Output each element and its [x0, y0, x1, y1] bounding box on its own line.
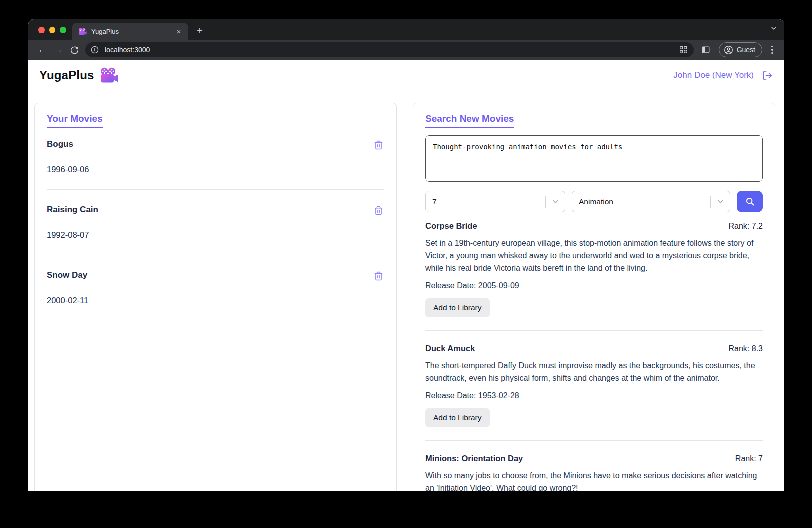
result-rank: Rank: 7.2 — [729, 222, 763, 231]
delete-movie-trash-icon[interactable] — [373, 270, 384, 282]
result-description: The short-tempered Daffy Duck must impro… — [426, 360, 763, 384]
result-release-date: Release Date: 2005-09-09 — [426, 282, 763, 290]
logout-icon[interactable] — [762, 70, 774, 82]
maximize-window-button[interactable] — [60, 27, 66, 34]
chevron-down-icon — [711, 198, 730, 206]
search-movies-panel: Search New Movies Thought-provoking anim… — [413, 103, 776, 491]
rank-select-value: 7 — [432, 198, 437, 206]
window-controls — [38, 27, 66, 34]
site-info-icon[interactable] — [88, 44, 102, 56]
delete-movie-trash-icon[interactable] — [373, 205, 384, 216]
search-icon — [745, 196, 756, 207]
movie-title: Bogus — [47, 140, 74, 150]
search-query-input[interactable]: Thought-provoking animation movies for a… — [426, 136, 763, 182]
result-description: With so many jobs to choose from, the Mi… — [426, 470, 763, 491]
result-rank: Rank: 8.3 — [729, 344, 763, 354]
your-movies-panel: Your Movies Bogus 1996-09-06 Raising Cai… — [34, 103, 397, 491]
search-result-header: Duck Amuck Rank: 8.3 — [426, 344, 763, 354]
library-movie-row: Snow Day — [47, 270, 384, 282]
movie-title: Raising Cain — [47, 205, 98, 215]
search-button[interactable] — [737, 191, 763, 212]
result-title: Minions: Orientation Day — [426, 454, 523, 464]
search-result-header: Corpse Bride Rank: 7.2 — [426, 222, 763, 231]
qr-code-icon[interactable] — [677, 44, 690, 56]
search-controls: 7 Animation — [426, 191, 763, 212]
new-tab-button[interactable]: + — [192, 24, 208, 38]
search-movies-title: Search New Movies — [426, 114, 514, 128]
close-window-button[interactable] — [38, 27, 45, 34]
category-select-value: Animation — [579, 198, 614, 206]
rank-select[interactable]: 7 — [426, 191, 566, 212]
reload-icon[interactable] — [66, 42, 82, 58]
app-header: YugaPlus John Doe (New York) — [28, 60, 784, 91]
add-to-library-button[interactable]: Add to Library — [426, 298, 490, 318]
url-text[interactable]: localhost:3000 — [105, 46, 677, 54]
add-to-library-button[interactable]: Add to Library — [426, 408, 490, 428]
delete-movie-trash-icon[interactable] — [373, 140, 384, 151]
browser-window: YugaPlus × + ← → localhost:3000 — [28, 20, 784, 491]
page-content: Your Movies Bogus 1996-09-06 Raising Cai… — [28, 91, 784, 491]
result-release-date: Release Date: 1953-02-28 — [426, 392, 763, 400]
category-select[interactable]: Animation — [572, 191, 730, 212]
your-movies-title: Your Movies — [47, 114, 103, 128]
user-profile-link[interactable]: John Doe (New York) — [674, 70, 754, 80]
movie-camera-icon — [100, 68, 118, 84]
divider — [426, 330, 763, 331]
result-description: Set in a 19th-century european village, … — [426, 237, 763, 274]
tab-title: YugaPlus — [92, 28, 174, 36]
divider — [47, 190, 384, 190]
guest-label: Guest — [737, 46, 756, 54]
result-title: Duck Amuck — [426, 344, 475, 354]
address-bar[interactable]: localhost:3000 — [86, 42, 694, 58]
tab-strip: YugaPlus × + — [28, 20, 784, 40]
movie-title: Snow Day — [47, 270, 88, 280]
browser-menu-icon[interactable] — [766, 42, 778, 58]
library-movie-row: Raising Cain — [47, 205, 384, 216]
forward-icon[interactable]: → — [50, 42, 66, 58]
library-movie-row: Bogus — [47, 140, 384, 151]
movie-release-date: 1996-09-06 — [47, 165, 384, 174]
divider — [426, 440, 763, 441]
divider — [47, 255, 384, 256]
result-rank: Rank: 7 — [736, 454, 763, 464]
tab-favicon-movie-camera-icon — [78, 28, 87, 36]
minimize-window-button[interactable] — [50, 27, 56, 34]
guest-profile-button[interactable]: Guest — [719, 42, 762, 58]
person-icon — [724, 46, 734, 55]
movie-release-date: 2000-02-11 — [47, 296, 384, 306]
back-icon[interactable]: ← — [34, 42, 50, 58]
search-result-header: Minions: Orientation Day Rank: 7 — [426, 454, 763, 464]
browser-toolbar: ← → localhost:3000 Guest — [28, 40, 784, 60]
movie-release-date: 1992-08-07 — [47, 230, 384, 240]
tab-search-chevron-icon[interactable] — [770, 25, 778, 32]
chevron-down-icon — [546, 198, 565, 206]
close-tab-icon[interactable]: × — [174, 27, 184, 36]
brand-title: YugaPlus — [40, 68, 94, 82]
result-title: Corpse Bride — [426, 222, 478, 231]
side-panel-icon[interactable] — [698, 42, 714, 58]
tab-yugaplus[interactable]: YugaPlus × — [72, 23, 188, 40]
